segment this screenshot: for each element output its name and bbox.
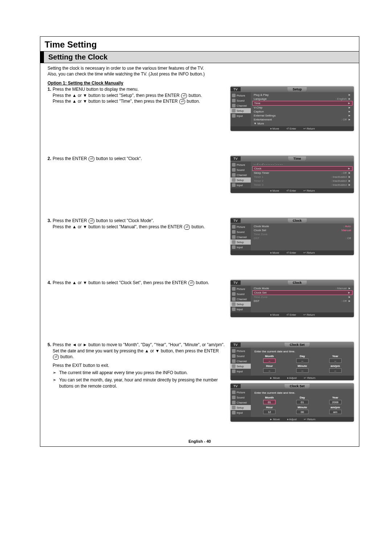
osd-clock-set-select: TVClock PictureSoundChannelSetupInput Cl…: [230, 280, 354, 317]
enter-icon: ⏎: [89, 156, 94, 161]
enter-icon: ⏎: [89, 218, 94, 224]
enter-icon: ⏎: [188, 281, 194, 286]
note-info: The current time will appear every time …: [53, 370, 225, 376]
osd-clock-set-filled: TVClock Set PictureSoundChannelSetupInpu…: [230, 383, 354, 422]
step-2-text: 2.Press the ENTER ⏎ button to select "Cl…: [53, 156, 230, 161]
enter-icon: ⏎: [53, 355, 59, 360]
osd-time: TVTime PictureSoundChannelSetupInput - -…: [230, 156, 354, 193]
page-number: English - 40: [40, 439, 359, 446]
note-direct-entry: You can set the month, day, year, hour a…: [53, 377, 225, 389]
osd-clock-set-empty: TVClock Set PictureSoundChannelSetupInpu…: [230, 342, 354, 380]
step-1-text: 1.Press the MENU button to display the m…: [53, 86, 230, 104]
page-title: Time Setting: [40, 37, 359, 51]
osd-clock-mode: TVClock PictureSoundChannelSetupInput Cl…: [230, 218, 354, 255]
intro-text: Setting the clock is necessary in order …: [40, 63, 359, 79]
step-5-text: 5.Press the ◄ or ► button to move to "Mo…: [53, 342, 230, 389]
option-heading: Option 1: Setting the Clock Manually: [40, 79, 359, 86]
enter-icon: ⏎: [184, 225, 190, 230]
step-4-text: 4.Press the ▲ or ▼ button to select "Clo…: [53, 280, 230, 286]
osd-setup: TVSetup PictureSoundChannelSetupInput Pl…: [230, 86, 354, 131]
enter-icon: ⏎: [181, 93, 187, 98]
step-3-text: 3.Press the ENTER ⏎ button to select "Cl…: [53, 218, 230, 229]
section-title: Setting the Clock: [40, 51, 359, 63]
enter-icon: ⏎: [179, 99, 185, 104]
